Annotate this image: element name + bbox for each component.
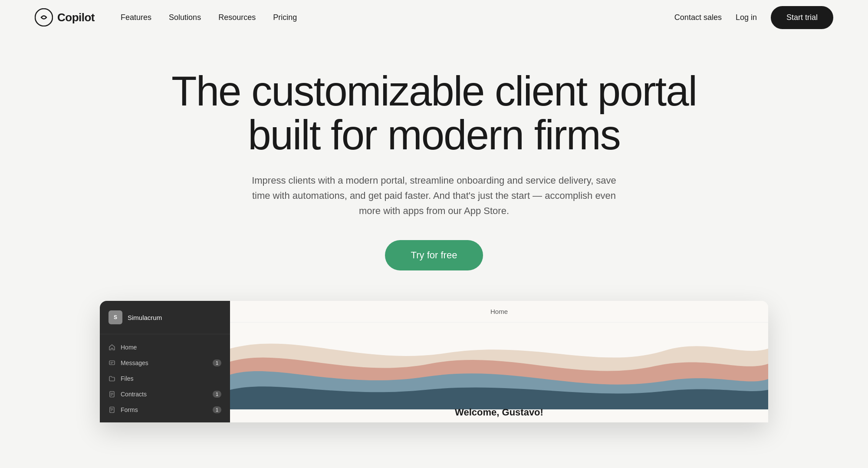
welcome-text: Welcome, Gustavo! [455, 407, 543, 418]
navbar-right: Contact sales Log in Start trial [674, 6, 833, 29]
svg-point-0 [35, 9, 53, 26]
navbar: Copilot Features Solutions Resources Pri… [0, 0, 868, 35]
folder-icon [108, 375, 115, 382]
sidebar-item-contracts[interactable]: Contracts 1 [100, 386, 230, 402]
app-main: Home Welcome, Gustavo! [230, 301, 768, 422]
billing-icon [108, 422, 115, 422]
app-content: Welcome, Gustavo! [230, 323, 768, 422]
contact-sales-link[interactable]: Contact sales [674, 13, 722, 22]
nav-item-pricing[interactable]: Pricing [273, 13, 297, 22]
svg-rect-4 [111, 408, 111, 409]
try-free-button[interactable]: Try for free [385, 240, 483, 270]
nav-links: Features Solutions Resources Pricing [121, 13, 297, 22]
messages-badge: 1 [213, 359, 221, 366]
app-topbar: Home [230, 301, 768, 323]
message-icon [108, 359, 115, 366]
nav-item-resources[interactable]: Resources [218, 13, 256, 22]
login-link[interactable]: Log in [736, 13, 757, 22]
hero-section: The customizable client portal built for… [0, 35, 868, 448]
home-icon [108, 344, 115, 351]
sidebar-avatar: S [108, 310, 122, 324]
sidebar-header: S Simulacrum [100, 301, 230, 334]
sidebar-item-home[interactable]: Home [100, 339, 230, 355]
breadcrumb: Home [490, 308, 508, 315]
logo[interactable]: Copilot [35, 8, 95, 26]
sidebar-item-messages[interactable]: Messages 1 [100, 355, 230, 371]
product-preview: S Simulacrum Home [100, 301, 768, 422]
logo-icon [35, 8, 53, 26]
sidebar-nav: Home Messages 1 [100, 334, 230, 422]
hero-subtitle: Impress clients with a modern portal, st… [247, 173, 621, 219]
sidebar-item-forms[interactable]: Forms 1 [100, 402, 230, 418]
svg-rect-1 [109, 361, 115, 365]
forms-badge: 1 [213, 406, 221, 413]
hero-title: The customizable client portal built for… [130, 69, 738, 157]
contracts-badge: 1 [213, 391, 221, 398]
sidebar-company: Simulacrum [128, 314, 162, 321]
form-icon [108, 406, 115, 413]
nav-item-solutions[interactable]: Solutions [169, 13, 201, 22]
wave-chart [230, 323, 768, 409]
start-trial-button[interactable]: Start trial [771, 6, 833, 29]
sidebar-item-files[interactable]: Files [100, 371, 230, 386]
navbar-left: Copilot Features Solutions Resources Pri… [35, 8, 297, 26]
sidebar-item-billing[interactable]: Billing [100, 418, 230, 422]
app-sidebar: S Simulacrum Home [100, 301, 230, 422]
nav-item-features[interactable]: Features [121, 13, 151, 22]
logo-text: Copilot [57, 11, 95, 24]
contract-icon [108, 391, 115, 398]
